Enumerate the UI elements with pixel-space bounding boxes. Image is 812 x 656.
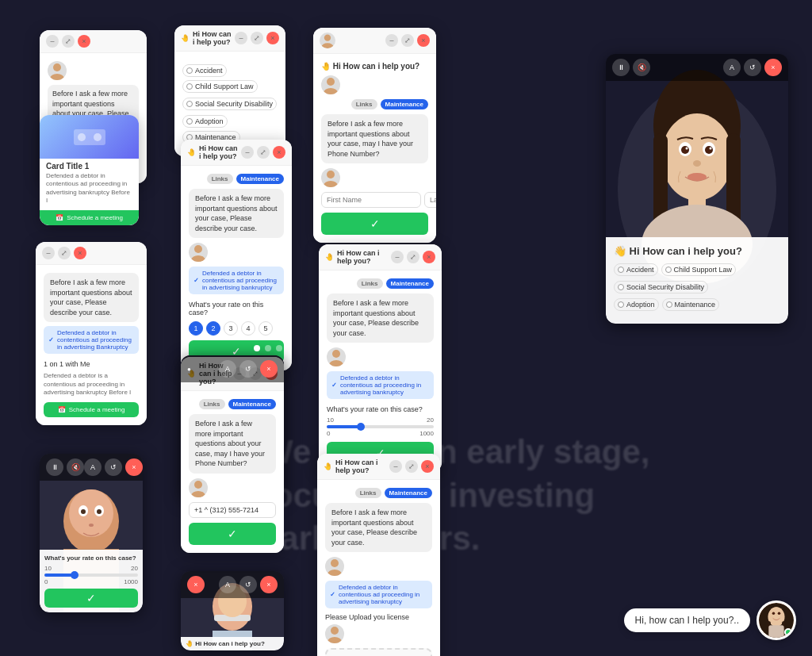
mute-btn-small[interactable]: 🔇 [67, 458, 84, 476]
expand-btn-2[interactable]: ⤢ [58, 247, 71, 259]
svg-point-4 [94, 133, 102, 141]
badge-row-rt: Links Maintenance [321, 99, 428, 109]
minimize-btn-2[interactable]: – [42, 247, 55, 259]
pause-btn-small[interactable]: ⏸ [46, 458, 63, 476]
slider-range-cr: 0 1000 [327, 430, 434, 437]
upload-label: Please Upload you license [325, 613, 432, 621]
chat-body-ph: Links Maintenance Before I ask a few mor… [181, 391, 284, 553]
avatar-row-up2 [325, 624, 432, 643]
nav-dot-3[interactable] [276, 345, 282, 351]
close-btn-video-main[interactable]: × [764, 59, 782, 76]
maintenance-badge-up: Maintenance [385, 488, 432, 498]
refresh-btn-center[interactable]: ↺ [239, 360, 257, 378]
schedule-button[interactable]: 📅 Schedule a meeting [40, 210, 139, 225]
nav-dot-1[interactable] [254, 345, 260, 351]
main-radio-accident[interactable]: Accident [614, 263, 658, 276]
min-tc[interactable]: – [235, 32, 247, 44]
video-widget-small: ⏸ 🔇 A ↺ × What's your rate on this case?… [40, 454, 143, 612]
translate-btn-small[interactable]: A [84, 458, 102, 476]
confirm-btn-small[interactable]: ✓ [44, 589, 138, 608]
exp-cen[interactable]: ⤢ [257, 146, 270, 159]
links-badge-cen: Links [207, 174, 233, 184]
first-name-input[interactable] [321, 192, 421, 208]
confirm-btn-rt[interactable]: ✓ [321, 213, 428, 235]
slider-track-small[interactable] [44, 574, 138, 577]
radio-accident[interactable]: Accident [182, 64, 227, 77]
star-2[interactable]: 2 [206, 321, 220, 336]
video-controls-right-small: A ↺ × [84, 458, 143, 476]
radio-label-adoption: Adoption [195, 117, 224, 125]
svg-point-52 [705, 146, 713, 154]
star-rating: 1 2 3 4 5 [189, 321, 284, 336]
radio-dot-3 [186, 101, 193, 107]
chat-widget-center-right: 🤚 Hi How can i help you? – ⤢ × Links Mai… [319, 244, 442, 472]
svg-point-34 [327, 637, 342, 643]
svg-point-27 [327, 171, 335, 178]
exp-cr[interactable]: ⤢ [407, 251, 419, 263]
slider-thumb-cr[interactable] [357, 423, 365, 431]
expand-btn[interactable]: ⤢ [62, 35, 75, 48]
main-radio-dot-4 [618, 301, 624, 308]
exp-rt[interactable]: ⤢ [401, 34, 414, 47]
close-btn-2[interactable]: × [74, 247, 86, 259]
radio-adoption[interactable]: Adoption [182, 115, 228, 128]
radio-child-support[interactable]: Child Support Law [182, 80, 258, 93]
video-controls-main: ⏸ 🔇 [612, 59, 650, 76]
mute-btn-main[interactable]: 🔇 [633, 59, 650, 76]
close-btn-video-center[interactable]: × [260, 360, 278, 378]
main-radio-ssd[interactable]: Social Security Disability [614, 281, 708, 293]
close-btn-video-cb[interactable]: × [260, 576, 278, 593]
svg-point-10 [81, 509, 86, 514]
main-radio-child[interactable]: Child Support Law [661, 263, 737, 276]
phone-input[interactable]: +1 ^ (312) 555-7214 [189, 502, 276, 518]
window-controls-tc: – ⤢ × [235, 32, 279, 44]
close-btn-video-small[interactable]: × [125, 458, 143, 476]
greeting-text-up: Hi How can i help you? [335, 458, 389, 474]
translate-btn-center[interactable]: A [219, 360, 236, 378]
star-1[interactable]: 1 [189, 321, 203, 336]
schedule-label: Schedule a meeting [67, 214, 123, 221]
min-rt[interactable]: – [385, 34, 398, 47]
svg-point-7 [69, 489, 113, 537]
exp-up[interactable]: ⤢ [405, 460, 418, 473]
cls-cen[interactable]: × [273, 146, 285, 159]
avatar [48, 61, 67, 80]
minimize-btn[interactable]: – [46, 35, 59, 48]
star-4[interactable]: 4 [241, 321, 255, 336]
bottom-avatar[interactable] [756, 600, 796, 640]
cls-tc[interactable]: × [266, 32, 279, 44]
slider-fill-cr [327, 425, 359, 428]
min-cr[interactable]: – [391, 251, 404, 263]
main-radio-adoption[interactable]: Adoption [614, 298, 659, 311]
slider-max-cr: 20 [427, 416, 434, 424]
main-radio-maintenance[interactable]: Maintenance [662, 298, 720, 311]
refresh-btn-cb[interactable]: ↺ [239, 576, 257, 593]
nav-dot-2[interactable] [265, 345, 271, 351]
upload-area[interactable] [325, 648, 432, 656]
translate-btn-main[interactable]: A [723, 59, 741, 76]
cls-cr[interactable]: × [423, 251, 435, 263]
radio-ssd[interactable]: Social Security Disability [182, 98, 277, 110]
star-5[interactable]: 5 [259, 321, 273, 336]
last-name-input[interactable] [424, 192, 436, 208]
min-up[interactable]: – [389, 460, 402, 473]
card-title: Card Title 1 [40, 159, 139, 172]
chat-widget-phone: 🤚 Hi How can i help you? – ⤢ × Links Mai… [181, 357, 284, 553]
slider-thumb-small[interactable] [71, 571, 79, 579]
confirm-btn-ph[interactable]: ✓ [189, 523, 276, 545]
video-header-cb: × A ↺ × [181, 571, 284, 598]
translate-btn-cb[interactable]: A [219, 576, 236, 593]
min-cen[interactable]: – [241, 146, 254, 159]
schedule-button-2[interactable]: 📅 Schedule a meeting [44, 402, 139, 417]
cls-rt[interactable]: × [417, 34, 430, 47]
refresh-btn-small[interactable]: ↺ [105, 458, 122, 476]
close-btn-cb[interactable]: × [187, 576, 205, 593]
star-3[interactable]: 3 [224, 321, 238, 336]
cls-up[interactable]: × [421, 460, 434, 473]
refresh-btn-main[interactable]: ↺ [744, 59, 761, 76]
exp-tc[interactable]: ⤢ [251, 32, 263, 44]
slider-track-cr[interactable] [327, 425, 434, 428]
close-btn[interactable]: × [78, 35, 90, 48]
svg-point-3 [78, 133, 86, 141]
pause-btn-main[interactable]: ⏸ [612, 59, 630, 76]
